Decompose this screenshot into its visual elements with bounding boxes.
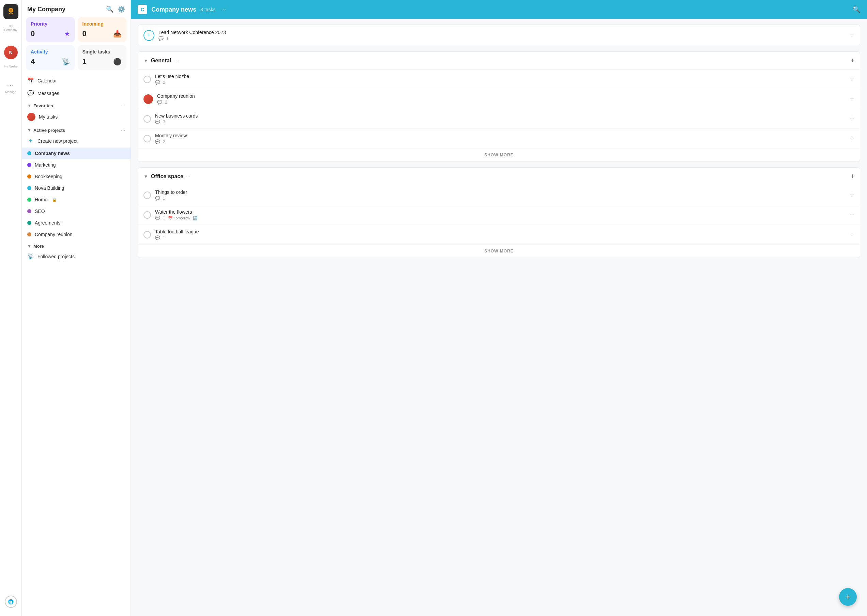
user-avatar[interactable]: N bbox=[4, 46, 18, 59]
nova-building-label: Nova Building bbox=[35, 185, 64, 191]
priority-card[interactable]: Priority 0 ★ bbox=[26, 17, 75, 42]
general-section-name: General bbox=[151, 58, 172, 64]
sidebar-item-company-news[interactable]: Company news bbox=[22, 148, 131, 159]
sidebar-item-followed-projects[interactable]: 📡 Followed projects bbox=[22, 250, 131, 263]
task-info: Things to order 💬 1 bbox=[155, 189, 845, 201]
sidebar-item-company-reunion[interactable]: Company reunion bbox=[22, 229, 131, 240]
table-row[interactable]: Let's use Nozbe 💬 2 ☆ bbox=[138, 69, 860, 89]
manage-label: Manage bbox=[5, 90, 16, 94]
active-projects-title: Active projects bbox=[33, 128, 65, 133]
task-star-button[interactable]: ☆ bbox=[850, 135, 854, 142]
general-show-more-button[interactable]: SHOW MORE bbox=[138, 149, 860, 162]
favorites-title: Favorites bbox=[33, 103, 53, 108]
sidebar-item-home[interactable]: Home 🔒 bbox=[22, 194, 131, 206]
favorites-more-icon[interactable]: ··· bbox=[121, 103, 125, 108]
top-task-info: Lead Network Conference 2023 💬 1 bbox=[159, 30, 845, 41]
favorites-section-header[interactable]: ▼ Favorites ··· bbox=[22, 99, 131, 110]
task-star-button[interactable]: ☆ bbox=[850, 115, 854, 122]
comment-count: 1 bbox=[163, 236, 165, 240]
activity-count: 4 bbox=[31, 57, 35, 66]
general-chevron-icon[interactable]: ▼ bbox=[143, 58, 148, 63]
general-section-header: ▼ General ··· + bbox=[138, 52, 860, 69]
general-more-icon[interactable]: ··· bbox=[174, 58, 178, 63]
sidebar-item-seo[interactable]: SEO bbox=[22, 206, 131, 217]
home-lock-icon: 🔒 bbox=[52, 198, 57, 202]
sidebar-item-calendar[interactable]: 📅 Calendar bbox=[22, 74, 131, 87]
task-checkbox[interactable] bbox=[143, 211, 151, 219]
header-more-icon[interactable]: ··· bbox=[221, 6, 226, 13]
task-checkbox[interactable] bbox=[143, 192, 151, 199]
home-label: Home bbox=[35, 197, 47, 203]
svg-point-1 bbox=[9, 9, 12, 12]
activity-card[interactable]: Activity 4 📡 bbox=[26, 45, 75, 70]
sidebar-item-my-tasks[interactable]: My tasks bbox=[22, 110, 131, 124]
table-row[interactable]: Table football league 💬 1 ☆ bbox=[138, 225, 860, 245]
office-space-section: ▼ Office space ··· + Things to order 💬 1… bbox=[138, 167, 860, 258]
sidebar-item-messages[interactable]: 💬 Messages bbox=[22, 87, 131, 99]
task-checkbox[interactable] bbox=[143, 135, 151, 142]
single-tasks-card[interactable]: Single tasks 1 ⚫ bbox=[78, 45, 127, 70]
task-title: Water the flowers bbox=[155, 209, 845, 215]
task-star-button[interactable]: ☆ bbox=[850, 192, 854, 198]
task-info: Table football league 💬 1 bbox=[155, 229, 845, 240]
office-space-add-task-button[interactable]: + bbox=[850, 173, 854, 180]
icon-bar: My Company N My Nozbe ··· Manage 🌐 bbox=[0, 0, 22, 616]
task-avatar bbox=[143, 94, 153, 104]
task-checkbox[interactable] bbox=[143, 115, 151, 123]
app-company-label: My Company bbox=[2, 25, 19, 32]
comment-icon: 💬 bbox=[155, 236, 160, 240]
task-checkbox[interactable] bbox=[143, 75, 151, 83]
general-section: ▼ General ··· + Let's use Nozbe 💬 2 ☆ bbox=[138, 52, 860, 162]
manage-dots-icon: ··· bbox=[7, 82, 14, 89]
active-projects-section-header[interactable]: ▼ Active projects ··· bbox=[22, 124, 131, 134]
app-icon[interactable] bbox=[3, 4, 19, 19]
sidebar-item-agreements[interactable]: Agreements bbox=[22, 217, 131, 229]
manage-button[interactable]: ··· Manage bbox=[5, 82, 16, 94]
messages-icon: 💬 bbox=[27, 90, 34, 96]
table-row[interactable]: Monthly review 💬 2 ☆ bbox=[138, 129, 860, 149]
fab-add-button[interactable]: + bbox=[839, 588, 857, 606]
task-checkbox[interactable] bbox=[143, 231, 151, 239]
table-row[interactable]: Things to order 💬 1 ☆ bbox=[138, 185, 860, 205]
calendar-icon: 📅 bbox=[168, 216, 173, 220]
task-star-button[interactable]: ☆ bbox=[850, 231, 854, 238]
incoming-card[interactable]: Incoming 0 📥 bbox=[78, 17, 127, 42]
table-row[interactable]: New business cards 💬 3 ☆ bbox=[138, 109, 860, 129]
add-task-button[interactable]: + bbox=[143, 30, 154, 41]
task-count-badge: 8 tasks bbox=[200, 7, 216, 12]
office-space-more-icon[interactable]: ··· bbox=[186, 174, 190, 179]
followed-projects-icon: 📡 bbox=[27, 253, 34, 259]
sidebar-header: My Company 🔍 ⚙️ bbox=[22, 0, 131, 17]
table-row[interactable]: Water the flowers 💬 1 📅 Tomorrow 🔄 ☆ bbox=[138, 205, 860, 225]
task-star-button[interactable]: ☆ bbox=[850, 212, 854, 218]
sidebar-settings-icon[interactable]: ⚙️ bbox=[118, 5, 125, 13]
more-section-header[interactable]: ▼ More bbox=[22, 240, 131, 250]
table-row[interactable]: Company reunion 💬 2 ☆ bbox=[138, 89, 860, 109]
office-space-chevron-icon[interactable]: ▼ bbox=[143, 174, 148, 179]
general-add-task-button[interactable]: + bbox=[850, 57, 854, 64]
globe-button[interactable]: 🌐 bbox=[5, 596, 17, 608]
task-meta: 💬 2 bbox=[157, 100, 845, 105]
task-star-button[interactable]: ☆ bbox=[850, 76, 854, 82]
my-tasks-label: My tasks bbox=[39, 114, 58, 119]
office-space-show-more-button[interactable]: SHOW MORE bbox=[138, 245, 860, 258]
sidebar-item-bookkeeping[interactable]: Bookkeeping bbox=[22, 171, 131, 182]
sidebar-search-icon[interactable]: 🔍 bbox=[106, 5, 113, 13]
sidebar-item-nova-building[interactable]: Nova Building bbox=[22, 182, 131, 194]
main-content: C Company news 8 tasks ··· 🔍 + Lead Netw… bbox=[131, 0, 867, 616]
comment-icon: 💬 bbox=[157, 100, 162, 105]
active-projects-more-icon[interactable]: ··· bbox=[121, 127, 125, 133]
task-title: New business cards bbox=[155, 113, 845, 119]
activity-card-title: Activity bbox=[31, 49, 70, 55]
priority-count: 0 bbox=[31, 29, 35, 38]
comment-count: 2 bbox=[163, 139, 165, 144]
task-star-button[interactable]: ☆ bbox=[850, 96, 854, 102]
sidebar-item-marketing[interactable]: Marketing bbox=[22, 159, 131, 171]
top-task-star-button[interactable]: ☆ bbox=[850, 32, 854, 39]
task-info: Company reunion 💬 2 bbox=[157, 93, 845, 105]
header-search-icon[interactable]: 🔍 bbox=[853, 6, 860, 13]
sidebar-item-create-new-project[interactable]: + Create new project bbox=[22, 134, 131, 148]
project-icon-letter: C bbox=[141, 7, 144, 12]
comment-count: 2 bbox=[163, 80, 165, 85]
top-task-row[interactable]: + Lead Network Conference 2023 💬 1 ☆ bbox=[138, 25, 860, 46]
